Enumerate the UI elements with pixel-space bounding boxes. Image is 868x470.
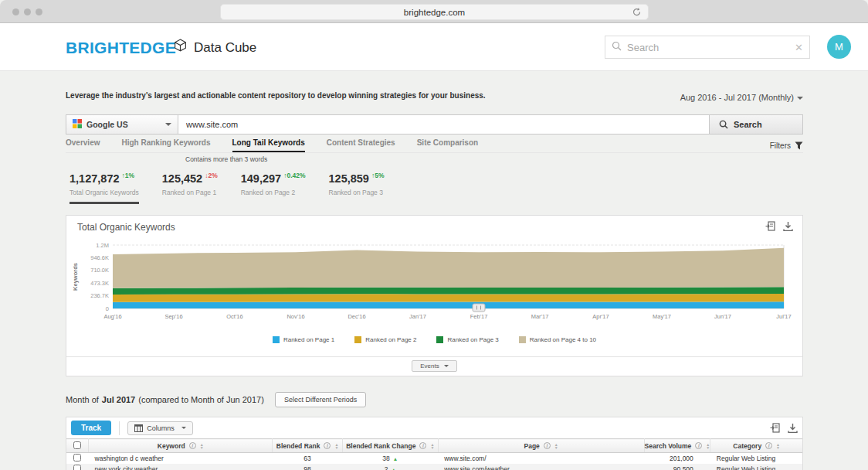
url-text: brightedge.com [404,8,465,17]
tab-bar: Overview High Ranking Keywords Long Tail… [66,138,803,153]
svg-text:0: 0 [106,305,109,312]
cell-keyword: washington d c weather [89,453,273,465]
col-header-search-volume[interactable]: Search Volume [645,442,692,450]
window-close-button[interactable] [12,9,19,15]
legend-label: Ranked on Page 1 [283,336,334,343]
stat-ranked-page-2[interactable]: 149,297↑0.42% Ranked on Page 2 [241,172,306,204]
table-row[interactable]: new york city weather 98 2▲ www.site.com… [66,464,802,470]
legend-swatch [519,336,526,343]
legend-item[interactable]: Ranked on Page 1 [273,336,334,343]
info-icon[interactable] [695,442,702,449]
select-all-checkbox[interactable] [73,441,81,449]
info-icon[interactable] [765,442,772,449]
reload-icon[interactable] [632,7,642,19]
search-button[interactable]: Search [710,114,803,135]
date-range-selector[interactable]: Aug 2016 - Jul 2017 (Monthly) [680,93,803,102]
columns-button[interactable]: Columns [127,421,193,435]
svg-text:236.7K: 236.7K [90,292,109,299]
tab-long-tail-keywords[interactable]: Long Tail Keywords [232,138,305,152]
stat-ranked-page-3[interactable]: 125,859↑5% Ranked on Page 3 [329,172,385,204]
tab-overview[interactable]: Overview [66,138,100,152]
download-icon[interactable] [788,423,798,433]
tab-high-ranking-keywords[interactable]: High Ranking Keywords [121,138,210,152]
global-search-input[interactable] [627,42,795,53]
legend-item[interactable]: Ranked on Page 3 [436,336,498,343]
svg-text:Jul'17: Jul'17 [776,313,791,320]
svg-text:Jun'17: Jun'17 [714,313,731,320]
browser-chrome: brightedge.com [0,0,868,23]
date-range-text: Aug 2016 - Jul 2017 (Monthly) [680,93,794,102]
col-header-category[interactable]: Category [733,442,761,450]
track-button[interactable]: Track [71,421,111,435]
chevron-down-icon [165,123,171,126]
cell-blended-rank: 63 [273,453,343,465]
download-icon[interactable] [783,221,793,231]
url-bar[interactable]: brightedge.com [220,4,649,20]
svg-text:Feb'17: Feb'17 [470,313,488,320]
user-avatar[interactable]: M [827,35,851,59]
cell-page[interactable]: www.site.com/ [438,453,644,465]
select-periods-button[interactable]: Select Different Periods [275,392,366,407]
filters-label: Filters [770,141,791,150]
legend-label: Ranked on Page 4 to 10 [530,336,596,343]
export-report-icon[interactable] [765,221,775,231]
sort-icon[interactable] [334,443,338,449]
legend-item[interactable]: Ranked on Page 4 to 10 [519,336,596,343]
svg-text:473.3K: 473.3K [90,280,109,287]
stat-label: Total Organic Keywords [70,189,139,196]
chart-panel: Total Organic Keywords 0236.7K473.3K710.… [66,215,803,376]
chevron-down-icon [181,427,186,429]
svg-text:1.2M: 1.2M [96,242,109,249]
events-button[interactable]: Events [412,360,456,372]
row-checkbox[interactable] [73,454,81,461]
table-row[interactable]: washington d c weather 63 38▲ www.site.c… [66,453,802,465]
sort-icon[interactable] [706,443,710,449]
global-search-box[interactable]: ✕ [605,36,810,59]
stat-change-up: ↑5% [371,172,385,179]
info-icon[interactable] [544,442,551,449]
filters-button[interactable]: Filters [770,138,803,152]
legend-item[interactable]: Ranked on Page 2 [354,336,416,343]
info-icon[interactable] [419,442,426,449]
sort-icon[interactable] [200,443,204,449]
events-strip: Events [66,356,802,372]
search-engine-select[interactable]: Google US [66,114,178,135]
site-url-input[interactable] [178,114,710,135]
tab-site-comparison[interactable]: Site Comparison [417,138,478,152]
legend-label: Ranked on Page 2 [365,336,416,343]
sort-icon[interactable] [554,443,558,449]
brightedge-logo[interactable]: BRIGHTEDGE [66,39,176,57]
stat-change-down: ↓2% [205,172,218,179]
window-minimize-button[interactable] [24,9,31,15]
stacked-area-chart[interactable]: 0236.7K473.3K710.0K946.6K1.2MAug'16Sep'1… [70,239,799,325]
filter-funnel-icon [795,141,803,150]
clear-search-icon[interactable]: ✕ [795,42,803,53]
cell-category: Regular Web Listing [710,453,802,465]
columns-label: Columns [147,424,175,432]
sort-icon[interactable] [430,443,434,449]
col-header-page[interactable]: Page [524,442,540,450]
sort-icon[interactable] [776,443,780,449]
active-tab-note: Contains more than 3 words [185,155,267,163]
query-bar: Google US Search [66,114,803,135]
google-icon [73,119,82,130]
svg-text:710.0K: 710.0K [90,267,109,274]
stat-ranked-page-1[interactable]: 125,452↓2% Ranked on Page 1 [162,172,218,204]
row-checkbox[interactable] [73,465,81,470]
svg-text:Nov'16: Nov'16 [287,313,304,320]
stat-total-organic-keywords[interactable]: 1,127,872↑1% Total Organic Keywords [70,172,139,204]
info-icon[interactable] [324,442,331,449]
col-header-blended-rank[interactable]: Blended Rank [276,442,320,450]
tab-content-strategies[interactable]: Content Strategies [327,138,395,152]
legend-swatch [354,336,361,343]
cell-page[interactable]: www.site.com/weather [438,464,644,470]
kpi-stats: 1,127,872↑1% Total Organic Keywords 125,… [70,172,384,204]
info-icon[interactable] [189,442,196,449]
page: brightedge.com BRIGHTEDGE Data Cube ✕ M … [0,0,868,470]
cell-search-volume: 90,500 [644,464,710,470]
export-report-icon[interactable] [770,423,780,433]
cell-blended-rank: 98 [273,464,343,470]
col-header-keyword[interactable]: Keyword [158,442,185,450]
col-header-blended-rank-change[interactable]: Blended Rank Change [346,442,415,450]
window-zoom-button[interactable] [36,9,42,15]
